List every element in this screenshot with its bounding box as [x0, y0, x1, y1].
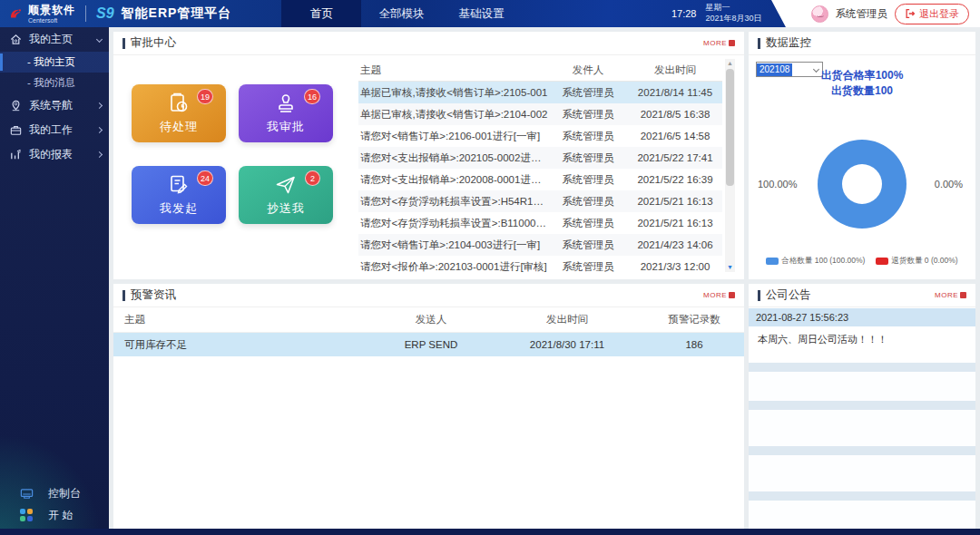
donut-chart[interactable] [818, 140, 906, 229]
my-approvals-tile[interactable]: 16 我审批 [239, 84, 333, 142]
cell-sender: 系统管理员 [548, 238, 628, 252]
table-row[interactable]: 请您对<支出报销单>:202105-0002进行[审核] 系统管理员 2021/… [358, 147, 722, 169]
cell-subject: 请您对<销售订单>:2104-003进行[一审] [358, 238, 548, 252]
sidebar: 我的主页 - 我的主页 - 我的消息 系统导航 我的工作 我的报表 [0, 27, 109, 535]
sidebar-item-my-home[interactable]: 我的主页 [0, 27, 109, 52]
chevron-right-icon [96, 102, 103, 109]
alerts-more-link[interactable]: MORE [703, 291, 735, 299]
cell-sender: 系统管理员 [548, 173, 628, 187]
col-sent-time: 发出时间 [490, 313, 644, 326]
app-header: 顺景软件 Centersoft S9 智能ERP管理平台 首页 全部模块 基础设… [0, 0, 980, 27]
more-label: MORE [935, 291, 958, 299]
logout-button[interactable]: 退出登录 [895, 4, 969, 24]
cell-sender: 系统管理员 [548, 130, 628, 143]
logout-label: 退出登录 [919, 7, 959, 21]
brand-logo: 顺景软件 Centersoft S9 智能ERP管理平台 [0, 5, 231, 24]
sidebar-subitem-my-home[interactable]: - 我的主页 [0, 52, 109, 73]
sidebar-item-label: 我的工作 [29, 122, 73, 138]
s9-logo: S9 [96, 5, 116, 22]
start-label: 开 始 [48, 508, 73, 523]
title-accent-bar [758, 290, 760, 301]
brand-name: 顺景软件 [28, 5, 75, 15]
pending-tile[interactable]: 19 待处理 [132, 84, 226, 142]
legend-item-pass[interactable]: 合格数量 100 (100.00%) [766, 256, 865, 267]
logo-divider [85, 5, 86, 22]
approval-more-link[interactable]: MORE [703, 39, 735, 47]
scrollbar-thumb[interactable] [726, 69, 734, 186]
ship-qty-text: 出货数量100 [749, 83, 975, 99]
announcements-title: 公司公告 [766, 287, 811, 303]
cell-time: 2021/3/3 12:00 [628, 261, 722, 272]
approval-table: 主题 发件人 发出时间 单据已审核,请接收<销售订单>:2105-001 系统管… [358, 59, 722, 272]
approval-title: 审批中心 [131, 35, 176, 51]
table-row[interactable]: 请您对<销售订单>:2106-001进行[一审] 系统管理员 2021/6/5 … [358, 125, 722, 147]
cell-time: 2021/6/5 14:58 [628, 131, 722, 141]
legend-item-return[interactable]: 退货数量 0 (0.00%) [876, 256, 957, 267]
announcements-panel: 公司公告 MORE 2021-08-27 15:56:23 本周六、周日公司活动… [749, 284, 975, 529]
cc-to-me-tile[interactable]: 2 抄送我 [239, 166, 333, 224]
my-approvals-label: 我审批 [267, 119, 305, 135]
chevron-right-icon [96, 127, 103, 133]
initiated-by-me-tile[interactable]: 24 我发起 [132, 166, 226, 224]
chevron-right-icon [96, 151, 103, 158]
col-record-count: 预警记录数 [644, 313, 744, 326]
cc-label: 抄送我 [267, 200, 305, 217]
cell-subject: 请您对<支出报销单>:202105-0002进行[审核] [358, 151, 548, 165]
col-subject: 主题 [358, 63, 548, 77]
scroll-up-arrow[interactable]: ▲ [725, 59, 735, 68]
sidebar-item-my-reports[interactable]: 我的报表 [0, 142, 109, 167]
table-row[interactable]: 请您对<支出报销单>:202008-0001进行[审核] 系统管理员 2021/… [358, 169, 722, 190]
table-scrollbar[interactable]: ▲ ▼ [725, 59, 735, 272]
cell-sender: 系统管理员 [548, 217, 628, 230]
table-row[interactable]: 单据已审核,请接收<销售订单>:2104-002 系统管理员 2021/8/5 … [358, 103, 722, 125]
sidebar-item-system-nav[interactable]: 系统导航 [0, 93, 109, 118]
nav-tab-basic-settings[interactable]: 基础设置 [441, 0, 521, 27]
donut-right-label: 0.00% [935, 179, 963, 190]
map-pin-icon [9, 99, 23, 112]
col-sender: 发送人 [372, 313, 490, 326]
nav-tab-home[interactable]: 首页 [281, 0, 361, 27]
announcements-title-bar: 公司公告 MORE [749, 284, 975, 307]
main-nav: 首页 全部模块 基础设置 [281, 0, 521, 27]
start-icon [20, 509, 34, 522]
title-accent-bar [758, 38, 760, 49]
date-label: 2021年8月30日 [705, 14, 761, 24]
table-row[interactable]: 单据已审核,请接收<销售订单>:2105-001 系统管理员 2021/8/14… [358, 82, 722, 103]
header-right: 17:28 星期一 2021年8月30日 系统管理员 退出登录 [671, 0, 980, 27]
cell-sender: ERP SEND [372, 339, 490, 350]
more-label: MORE [703, 39, 727, 47]
document-edit-icon [167, 173, 191, 197]
col-subject: 主题 [113, 313, 372, 326]
logout-icon [905, 8, 916, 19]
approval-center-panel: 审批中心 MORE 19 待处理 16 我审批 [113, 32, 744, 279]
alert-row[interactable]: 可用库存不足 ERP SEND 2021/8/30 17:11 186 [113, 333, 744, 356]
title-accent-bar [122, 38, 125, 49]
pass-rate-text: 出货合格率100% [749, 68, 975, 83]
table-row[interactable]: 请您对<报价单>:202103-0001进行[审核] 系统管理员 2021/3/… [358, 256, 722, 277]
pending-label: 待处理 [160, 119, 198, 135]
cell-time: 2021/5/21 16:13 [628, 218, 722, 229]
sidebar-item-my-work[interactable]: 我的工作 [0, 118, 109, 142]
cell-subject: 可用库存不足 [113, 338, 372, 352]
table-row[interactable]: 请您对<销售订单>:2104-003进行[一审] 系统管理员 2021/4/23… [358, 234, 722, 256]
sidebar-item-label: 系统导航 [29, 98, 73, 113]
alerts-title-bar: 预警资讯 MORE [113, 284, 744, 307]
scroll-down-arrow[interactable]: ▼ [725, 263, 735, 272]
console-item[interactable]: 控制台 [0, 482, 109, 504]
announcement-content: 本周六、周日公司活动！！！ [749, 326, 975, 363]
announcement-date[interactable]: 2021-08-27 15:56:23 [749, 308, 975, 326]
clock-time: 17:28 [671, 8, 697, 19]
user-avatar[interactable] [811, 5, 828, 23]
approval-table-header: 主题 发件人 发出时间 [358, 59, 722, 82]
cell-subject: 请您对<存货浮动耗损率设置>:H54R15006002进行[审核] [358, 195, 548, 209]
sidebar-subitem-my-messages[interactable]: - 我的消息 [0, 73, 109, 93]
more-icon [960, 292, 966, 298]
table-row[interactable]: 请您对<存货浮动耗损率设置>:B11000001进行[审核] 系统管理员 202… [358, 212, 722, 234]
start-item[interactable]: 开 始 [0, 504, 109, 526]
announcements-body: 2021-08-27 15:56:23 本周六、周日公司活动！！！ [749, 308, 975, 529]
donut-left-label: 100.00% [758, 179, 797, 190]
table-row[interactable]: 请您对<存货浮动耗损率设置>:H54R15006002进行[审核] 系统管理员 … [358, 190, 722, 212]
nav-tab-all-modules[interactable]: 全部模块 [361, 0, 441, 27]
announcement-placeholder [749, 372, 975, 401]
announcements-more-link[interactable]: MORE [935, 291, 966, 299]
